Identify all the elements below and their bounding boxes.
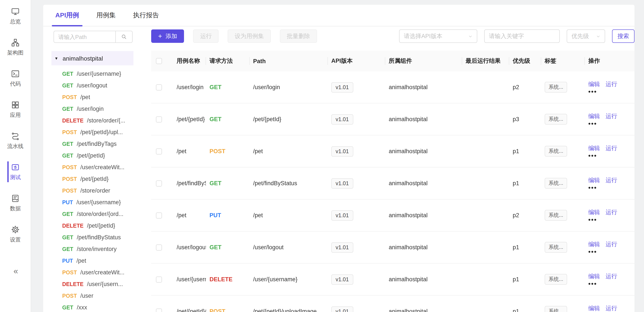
more-actions-icon[interactable]: ••• [588,282,634,286]
request-method-cell: PUT [206,212,250,219]
sidebar-item-data[interactable]: 数据 [7,192,24,214]
run-link[interactable]: 运行 [606,241,617,248]
edit-link[interactable]: 编辑 [588,112,600,120]
sidebar-item-settings[interactable]: 设置 [7,223,24,245]
path-cell: /user/login [250,84,328,90]
row-select-cell [151,180,173,186]
edit-link[interactable]: 编辑 [588,241,600,248]
tree-item[interactable]: POST /user/createWit... [52,162,134,173]
more-actions-icon[interactable]: ••• [588,90,634,94]
row-checkbox[interactable] [156,148,162,154]
row-checkbox[interactable] [156,84,162,90]
tree-item[interactable]: DELETE /user/{usern... [52,278,134,290]
sidebar-item-apps[interactable]: 应用 [7,99,24,120]
tree-item[interactable]: POST /user/createWit... [52,267,134,278]
priority-cell: p1 [509,148,541,154]
table-row: /pet/{petId}/u... POST /pet/{petId}/uplo… [151,295,634,312]
more-actions-icon[interactable]: ••• [588,186,634,190]
tree-item[interactable]: GET /store/order/{ord... [52,208,134,220]
run-link[interactable]: 运行 [606,305,617,312]
run-link[interactable]: 运行 [606,80,617,88]
sidebar-item-architecture[interactable]: 架构图 [7,36,24,58]
more-actions-icon[interactable]: ••• [588,218,634,222]
api-version-cell: v1.01 [328,82,385,92]
tree-item[interactable]: GET /store/inventory [52,243,134,255]
sidebar-item-overview[interactable]: 总览 [7,5,24,27]
tree-item[interactable]: PUT /pet [52,255,134,267]
more-actions-icon[interactable]: ••• [588,250,634,254]
row-checkbox[interactable] [156,308,162,312]
row-checkbox[interactable] [156,116,162,122]
column-header: 标签 [541,51,585,71]
run-link[interactable]: 运行 [606,273,617,280]
column-header: API版本 [328,51,385,71]
edit-link[interactable]: 编辑 [588,273,600,280]
tag-badge: 系统... [545,210,567,221]
sidebar-item-test[interactable]: 测试 [7,161,24,183]
tree-item[interactable]: POST /pet [52,91,134,103]
tree-item[interactable]: POST /pet/{petId}/upl... [52,126,134,138]
more-actions-icon[interactable]: ••• [588,153,634,158]
tree-group-animalhostpital[interactable]: ▼ animalhostpital [52,51,134,65]
edit-link[interactable]: 编辑 [588,80,600,88]
tree-item[interactable]: DELETE /pet/{petId} [52,220,134,232]
collapse-sidebar-button[interactable]: « [14,267,17,276]
api-version-select[interactable]: 请选择API版本 [399,30,477,43]
tree-item[interactable]: POST /pet/{petId} [52,173,134,185]
path-search-button[interactable] [115,31,132,43]
run-button[interactable]: 运行 [193,30,219,43]
tag-cell: 系统... [541,210,585,221]
edit-link[interactable]: 编辑 [588,144,600,152]
edit-link[interactable]: 编辑 [588,177,600,184]
tree-item[interactable]: GET /pet/findByStatus [52,232,134,243]
tab-api-cases[interactable]: API用例 [54,5,81,26]
row-checkbox[interactable] [156,180,162,186]
tree-item[interactable]: PUT /user/{username} [52,197,134,208]
column-header: 操作 [585,51,634,71]
api-version-cell: v1.01 [328,114,385,124]
tree-item-path: /user/logout [77,82,107,89]
tab-run-reports[interactable]: 执行报告 [131,5,161,26]
row-select-cell [151,308,173,312]
run-link[interactable]: 运行 [606,144,617,152]
tree-item-path: /xxx [77,304,87,311]
run-link[interactable]: 运行 [606,112,617,120]
tree-item-list: GET /user/{username} GET /user/logout PO… [52,68,134,312]
add-button[interactable]: + 添加 [151,30,184,43]
tree-item[interactable]: GET /xxx [52,302,134,312]
tree-item[interactable]: POST /user [52,290,134,302]
column-header: 请求方法 [206,51,250,71]
tree-item-path: /store/inventory [77,246,116,252]
select-all-checkbox[interactable] [156,58,162,64]
row-checkbox[interactable] [156,212,162,218]
tree-item[interactable]: GET /pet/findByTags [52,138,134,150]
edit-link[interactable]: 编辑 [588,209,600,216]
row-checkbox[interactable] [156,244,162,250]
tree-item[interactable]: GET /user/logout [52,80,134,91]
sidebar-item-pipeline[interactable]: 流水线 [7,130,24,151]
batch-delete-button[interactable]: 批量删除 [280,30,317,43]
more-actions-icon[interactable]: ••• [588,122,634,126]
tree-item[interactable]: DELETE /store/order/{... [52,115,134,126]
tab-case-suites[interactable]: 用例集 [94,5,118,26]
tree-item[interactable]: POST /store/order [52,185,134,197]
run-link[interactable]: 运行 [606,209,617,216]
set-suite-button[interactable]: 设为用例集 [228,30,271,43]
sidebar-nav: 总览架构图代码应用流水线测试数据设置 [7,5,24,254]
case-name-cell: /user/login [173,84,206,90]
run-link[interactable]: 运行 [606,177,617,184]
priority-select[interactable]: 优先级 [567,30,605,43]
tag-cell: 系统... [541,114,585,125]
edit-link[interactable]: 编辑 [588,305,600,312]
tree-item[interactable]: GET /pet/{petId} [52,150,134,162]
sidebar-item-code[interactable]: 代码 [7,68,24,89]
row-select-cell [151,212,173,218]
search-button[interactable]: 搜索 [612,30,634,43]
keyword-input[interactable] [484,30,560,43]
content-area: ▼ animalhostpital GET /user/{username} G… [43,26,634,312]
row-checkbox[interactable] [156,276,162,282]
tree-item-method: GET [62,71,73,77]
tree-item[interactable]: GET /user/login [52,103,134,115]
path-search-input[interactable] [54,31,116,43]
tree-item[interactable]: GET /user/{username} [52,68,134,80]
